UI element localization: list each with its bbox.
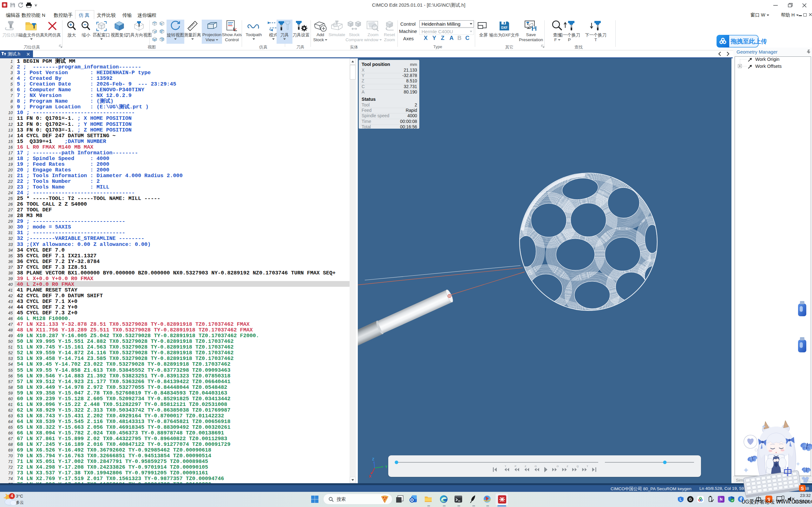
svg-text:Y: Y bbox=[385, 465, 388, 469]
svg-text:Work Origin: Work Origin bbox=[755, 57, 779, 62]
svg-text:Z: Z bbox=[567, 465, 568, 468]
svg-text:O: O bbox=[557, 465, 559, 468]
svg-text:Work Offsets: Work Offsets bbox=[755, 64, 781, 69]
svg-text:P: P bbox=[515, 465, 516, 468]
svg-text:X: X bbox=[369, 474, 371, 478]
svg-text:T: T bbox=[587, 465, 589, 468]
svg-text:Z: Z bbox=[372, 457, 374, 461]
svg-text:G: G bbox=[689, 497, 692, 502]
svg-text:L: L bbox=[680, 498, 682, 501]
svg-text:T: T bbox=[505, 465, 506, 468]
svg-text:Q: Q bbox=[577, 465, 578, 468]
svg-text:S: S bbox=[801, 486, 804, 491]
svg-text:N: N bbox=[720, 497, 722, 502]
svg-text:O: O bbox=[535, 465, 537, 468]
svg-text:Z: Z bbox=[525, 465, 526, 468]
svg-text:DXF: DXF bbox=[501, 26, 507, 30]
